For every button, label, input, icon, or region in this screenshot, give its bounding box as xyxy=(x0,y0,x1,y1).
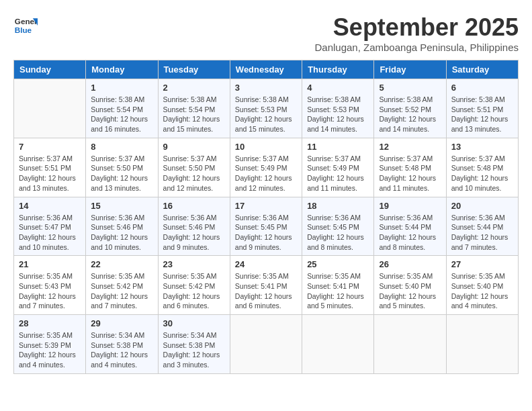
calendar-header-row: SundayMondayTuesdayWednesdayThursdayFrid… xyxy=(14,60,519,79)
calendar-day-header: Tuesday xyxy=(158,60,230,79)
cell-content: Sunrise: 5:37 AM Sunset: 5:49 PM Dayligh… xyxy=(235,154,297,193)
day-number: 18 xyxy=(307,201,369,211)
calendar-cell: 6Sunrise: 5:38 AM Sunset: 5:51 PM Daylig… xyxy=(446,79,518,138)
calendar-cell: 14Sunrise: 5:36 AM Sunset: 5:47 PM Dayli… xyxy=(14,197,86,256)
day-number: 14 xyxy=(19,201,81,211)
calendar-week-row: 14Sunrise: 5:36 AM Sunset: 5:47 PM Dayli… xyxy=(14,197,519,256)
calendar-cell: 8Sunrise: 5:37 AM Sunset: 5:50 PM Daylig… xyxy=(86,138,158,197)
day-number: 23 xyxy=(163,259,225,269)
calendar-cell: 27Sunrise: 5:35 AM Sunset: 5:40 PM Dayli… xyxy=(446,256,518,315)
day-number: 13 xyxy=(451,142,513,152)
cell-content: Sunrise: 5:37 AM Sunset: 5:51 PM Dayligh… xyxy=(19,154,81,193)
calendar-week-row: 7Sunrise: 5:37 AM Sunset: 5:51 PM Daylig… xyxy=(14,138,519,197)
calendar-day-header: Thursday xyxy=(302,60,374,79)
cell-content: Sunrise: 5:37 AM Sunset: 5:50 PM Dayligh… xyxy=(163,154,225,193)
day-number: 30 xyxy=(163,318,225,328)
svg-text:Blue: Blue xyxy=(15,26,32,34)
day-number: 16 xyxy=(163,201,225,211)
calendar-cell: 12Sunrise: 5:37 AM Sunset: 5:48 PM Dayli… xyxy=(374,138,446,197)
calendar-cell: 4Sunrise: 5:38 AM Sunset: 5:53 PM Daylig… xyxy=(302,79,374,138)
page-header: General Blue September 2025 Danlugan, Za… xyxy=(13,13,519,53)
calendar-day-header: Wednesday xyxy=(230,60,302,79)
day-number: 21 xyxy=(19,259,81,269)
cell-content: Sunrise: 5:34 AM Sunset: 5:38 PM Dayligh… xyxy=(91,330,152,370)
location-title: Danlugan, Zamboanga Peninsula, Philippin… xyxy=(314,42,519,53)
calendar-cell: 30Sunrise: 5:34 AM Sunset: 5:38 PM Dayli… xyxy=(158,315,230,374)
cell-content: Sunrise: 5:38 AM Sunset: 5:53 PM Dayligh… xyxy=(235,95,297,134)
calendar-cell: 3Sunrise: 5:38 AM Sunset: 5:53 PM Daylig… xyxy=(230,79,302,138)
calendar-cell: 24Sunrise: 5:35 AM Sunset: 5:41 PM Dayli… xyxy=(230,256,302,315)
cell-content: Sunrise: 5:36 AM Sunset: 5:45 PM Dayligh… xyxy=(235,213,297,253)
day-number: 11 xyxy=(307,142,369,152)
cell-content: Sunrise: 5:35 AM Sunset: 5:42 PM Dayligh… xyxy=(163,271,225,311)
calendar-body: 1Sunrise: 5:38 AM Sunset: 5:54 PM Daylig… xyxy=(14,79,519,374)
calendar-cell xyxy=(302,315,374,374)
calendar-cell: 28Sunrise: 5:35 AM Sunset: 5:39 PM Dayli… xyxy=(14,315,86,374)
cell-content: Sunrise: 5:36 AM Sunset: 5:44 PM Dayligh… xyxy=(379,213,441,253)
cell-content: Sunrise: 5:36 AM Sunset: 5:45 PM Dayligh… xyxy=(307,213,369,253)
calendar-cell xyxy=(230,315,302,374)
day-number: 4 xyxy=(307,83,369,93)
cell-content: Sunrise: 5:37 AM Sunset: 5:48 PM Dayligh… xyxy=(451,154,513,193)
calendar-day-header: Monday xyxy=(86,60,158,79)
day-number: 1 xyxy=(91,83,152,93)
cell-content: Sunrise: 5:38 AM Sunset: 5:53 PM Dayligh… xyxy=(307,95,369,134)
day-number: 3 xyxy=(235,83,297,93)
cell-content: Sunrise: 5:38 AM Sunset: 5:51 PM Dayligh… xyxy=(451,95,513,134)
day-number: 12 xyxy=(379,142,441,152)
cell-content: Sunrise: 5:35 AM Sunset: 5:43 PM Dayligh… xyxy=(19,271,81,311)
cell-content: Sunrise: 5:38 AM Sunset: 5:54 PM Dayligh… xyxy=(91,95,152,134)
day-number: 10 xyxy=(235,142,297,152)
day-number: 27 xyxy=(451,259,513,269)
cell-content: Sunrise: 5:36 AM Sunset: 5:44 PM Dayligh… xyxy=(451,213,513,253)
day-number: 20 xyxy=(451,201,513,211)
cell-content: Sunrise: 5:35 AM Sunset: 5:41 PM Dayligh… xyxy=(235,271,297,311)
logo: General Blue xyxy=(13,13,38,38)
day-number: 25 xyxy=(307,259,369,269)
cell-content: Sunrise: 5:37 AM Sunset: 5:49 PM Dayligh… xyxy=(307,154,369,193)
cell-content: Sunrise: 5:34 AM Sunset: 5:38 PM Dayligh… xyxy=(163,330,225,370)
cell-content: Sunrise: 5:35 AM Sunset: 5:40 PM Dayligh… xyxy=(379,271,441,311)
day-number: 22 xyxy=(91,259,152,269)
day-number: 17 xyxy=(235,201,297,211)
calendar-cell: 21Sunrise: 5:35 AM Sunset: 5:43 PM Dayli… xyxy=(14,256,86,315)
cell-content: Sunrise: 5:35 AM Sunset: 5:41 PM Dayligh… xyxy=(307,271,369,311)
day-number: 9 xyxy=(163,142,225,152)
day-number: 15 xyxy=(91,201,152,211)
calendar-cell: 10Sunrise: 5:37 AM Sunset: 5:49 PM Dayli… xyxy=(230,138,302,197)
cell-content: Sunrise: 5:38 AM Sunset: 5:54 PM Dayligh… xyxy=(163,95,225,134)
calendar-cell: 22Sunrise: 5:35 AM Sunset: 5:42 PM Dayli… xyxy=(86,256,158,315)
day-number: 6 xyxy=(451,83,513,93)
cell-content: Sunrise: 5:36 AM Sunset: 5:47 PM Dayligh… xyxy=(19,213,81,253)
calendar-cell: 23Sunrise: 5:35 AM Sunset: 5:42 PM Dayli… xyxy=(158,256,230,315)
calendar-cell: 26Sunrise: 5:35 AM Sunset: 5:40 PM Dayli… xyxy=(374,256,446,315)
calendar-week-row: 28Sunrise: 5:35 AM Sunset: 5:39 PM Dayli… xyxy=(14,315,519,374)
month-title: September 2025 xyxy=(314,13,519,42)
svg-text:General: General xyxy=(15,17,38,26)
calendar-day-header: Friday xyxy=(374,60,446,79)
calendar-week-row: 21Sunrise: 5:35 AM Sunset: 5:43 PM Dayli… xyxy=(14,256,519,315)
cell-content: Sunrise: 5:37 AM Sunset: 5:48 PM Dayligh… xyxy=(379,154,441,193)
calendar-day-header: Sunday xyxy=(14,60,86,79)
calendar-cell: 29Sunrise: 5:34 AM Sunset: 5:38 PM Dayli… xyxy=(86,315,158,374)
calendar-cell xyxy=(446,315,518,374)
day-number: 29 xyxy=(91,318,152,328)
day-number: 8 xyxy=(91,142,152,152)
calendar-cell xyxy=(14,79,86,138)
calendar-cell xyxy=(374,315,446,374)
calendar-cell: 2Sunrise: 5:38 AM Sunset: 5:54 PM Daylig… xyxy=(158,79,230,138)
day-number: 19 xyxy=(379,201,441,211)
day-number: 28 xyxy=(19,318,81,328)
calendar-cell: 25Sunrise: 5:35 AM Sunset: 5:41 PM Dayli… xyxy=(302,256,374,315)
calendar-cell: 16Sunrise: 5:36 AM Sunset: 5:46 PM Dayli… xyxy=(158,197,230,256)
calendar-table: SundayMondayTuesdayWednesdayThursdayFrid… xyxy=(13,60,519,374)
calendar-cell: 9Sunrise: 5:37 AM Sunset: 5:50 PM Daylig… xyxy=(158,138,230,197)
cell-content: Sunrise: 5:38 AM Sunset: 5:52 PM Dayligh… xyxy=(379,95,441,134)
title-area: September 2025 Danlugan, Zamboanga Penin… xyxy=(314,13,519,53)
calendar-cell: 20Sunrise: 5:36 AM Sunset: 5:44 PM Dayli… xyxy=(446,197,518,256)
cell-content: Sunrise: 5:35 AM Sunset: 5:40 PM Dayligh… xyxy=(451,271,513,311)
calendar-cell: 1Sunrise: 5:38 AM Sunset: 5:54 PM Daylig… xyxy=(86,79,158,138)
cell-content: Sunrise: 5:35 AM Sunset: 5:39 PM Dayligh… xyxy=(19,330,81,370)
calendar-cell: 15Sunrise: 5:36 AM Sunset: 5:46 PM Dayli… xyxy=(86,197,158,256)
cell-content: Sunrise: 5:35 AM Sunset: 5:42 PM Dayligh… xyxy=(91,271,152,311)
